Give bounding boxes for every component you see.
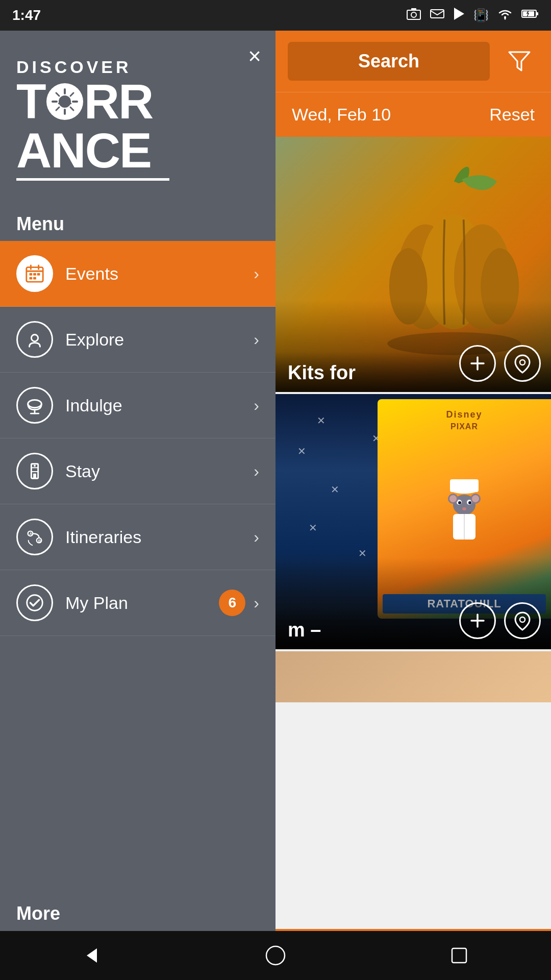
stay-chevron: › [254,462,259,481]
right-panel: Search Wed, Feb 10 Reset [276,31,551,980]
logo-sun-icon [46,83,83,120]
svg-text:A: A [30,531,33,536]
app-container: × DISCOVER T [0,31,551,980]
location-icon-2 [513,610,532,631]
svg-rect-8 [537,12,538,15]
status-bar: 1:47 📳 [0,0,551,31]
svg-rect-34 [33,474,36,479]
home-button[interactable] [255,935,296,976]
calendar-icon [16,255,53,292]
svg-point-66 [449,495,457,502]
event-card-ratatouille: ✕ ✕ ✕ ✕ ✕ ✕ Disney PIXAR [276,394,551,649]
svg-rect-3 [431,10,444,18]
logo-t: T [16,77,45,126]
myplan-icon [16,584,53,621]
explore-label: Explore [65,330,254,350]
photo-icon [406,7,421,23]
svg-point-56 [520,360,525,365]
search-label: Search [358,51,419,72]
svg-point-63 [468,501,471,504]
svg-line-16 [70,93,73,96]
reset-button[interactable]: Reset [489,105,535,125]
explore-chevron: › [254,330,259,349]
card1-title: Kits for [288,362,356,383]
svg-point-64 [462,507,466,510]
svg-text:B: B [38,538,41,543]
ratatouille-background: ✕ ✕ ✕ ✕ ✕ ✕ Disney PIXAR [276,394,551,649]
sidebar-item-explore[interactable]: Explore › [0,307,276,373]
recents-button[interactable] [439,935,480,976]
logo-rr: RR [84,77,153,126]
card2-title: m – [288,619,321,641]
svg-point-28 [28,400,42,408]
content-area: Kits for [276,137,551,929]
svg-line-14 [56,93,59,96]
filter-button[interactable] [500,42,539,81]
svg-rect-23 [33,273,36,276]
plus-icon-2 [468,611,487,630]
sidebar-item-stay[interactable]: Stay › [0,438,276,504]
menu-heading: Menu [0,203,276,241]
card2-add-button[interactable] [459,602,496,639]
logo: DISCOVER T [16,47,169,191]
myplan-chevron: › [254,594,259,612]
disney-label: Disney [446,409,482,420]
myplan-badge: 6 [219,590,245,616]
logo-ance: ANCE [16,126,169,175]
back-button[interactable] [71,935,112,976]
card1-actions [459,345,541,382]
svg-rect-26 [33,277,36,280]
logo-underline [16,178,169,181]
svg-point-5 [504,16,506,18]
indulge-label: Indulge [65,396,254,415]
svg-rect-24 [37,273,40,276]
svg-point-27 [31,334,38,341]
sidebar-item-events[interactable]: Events › [0,241,276,307]
plus-icon [468,354,487,373]
svg-point-76 [266,946,285,965]
card1-location-button[interactable] [504,345,541,382]
status-icons: 📳 [406,7,539,24]
sidebar-item-itineraries[interactable]: A B Itineraries › [0,504,276,570]
svg-rect-25 [30,277,33,280]
sidebar-item-indulge[interactable]: Indulge › [0,373,276,438]
wifi-icon [497,8,513,23]
status-time: 1:47 [12,7,41,23]
svg-point-35 [34,465,36,467]
events-label: Events [65,264,254,284]
more-heading: More [16,903,259,924]
myplan-label: My Plan [65,593,219,613]
close-button[interactable]: × [248,45,261,67]
sidebar-item-myplan[interactable]: My Plan 6 › [0,570,276,636]
stay-icon [16,453,53,489]
card1-add-button[interactable] [459,345,496,382]
svg-point-62 [458,501,461,504]
battery-icon [521,9,539,22]
menu-items-list: Events › Explore › [0,241,276,891]
partial-card [276,651,551,702]
event-card-pumpkin: Kits for [276,137,551,392]
vibrate-icon: 📳 [473,8,489,22]
indulge-icon [16,387,53,424]
system-nav-bar [0,931,551,980]
stay-label: Stay [65,461,254,481]
mail-icon [430,8,445,23]
svg-rect-58 [450,479,479,492]
svg-marker-4 [454,8,464,20]
svg-rect-22 [30,273,33,276]
svg-line-15 [70,107,73,110]
svg-point-40 [27,595,42,610]
logo-torr-row: T [16,77,169,126]
svg-marker-47 [509,52,530,70]
card2-actions [459,602,541,639]
svg-marker-75 [87,948,97,963]
svg-rect-0 [407,10,420,19]
card2-location-button[interactable] [504,602,541,639]
sidebar: × DISCOVER T [0,31,276,980]
svg-point-73 [520,617,525,622]
svg-point-1 [411,12,416,17]
itineraries-label: Itineraries [65,527,254,547]
search-button[interactable]: Search [288,42,490,81]
date-bar: Wed, Feb 10 Reset [276,92,551,137]
date-text: Wed, Feb 10 [292,105,391,125]
